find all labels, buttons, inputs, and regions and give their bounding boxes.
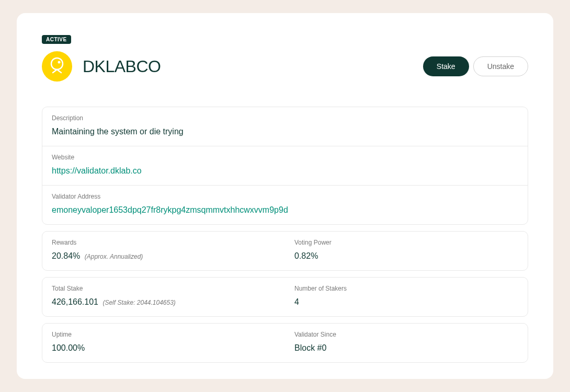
num-stakers-col: Number of Stakers 4 <box>285 278 528 316</box>
since-col: Validator Since Block #0 <box>285 324 528 362</box>
website-item: Website https://validator.dklab.co <box>42 146 528 186</box>
uptime-value: 100.00% <box>52 343 276 353</box>
address-item: Validator Address emoneyvaloper1653dpq27… <box>42 186 528 224</box>
validator-card: ACTIVE DKLABCO Stake Unstake Description… <box>17 13 553 379</box>
voting-power-value: 0.82% <box>294 251 518 261</box>
status-badge: ACTIVE <box>42 35 71 44</box>
total-stake-col: Total Stake 426,166.101 (Self Stake: 204… <box>42 278 285 316</box>
rewards-col: Rewards 20.84% (Approx. Annualized) <box>42 232 285 270</box>
rewards-section: Rewards 20.84% (Approx. Annualized) Voti… <box>42 231 528 271</box>
identity: DKLABCO <box>42 51 161 82</box>
actions: Stake Unstake <box>423 56 528 76</box>
rewards-note: (Approx. Annualized) <box>85 253 143 260</box>
description-item: Description Maintaining the system or di… <box>42 107 528 146</box>
website-link[interactable]: https://validator.dklab.co <box>52 166 142 175</box>
avatar-icon <box>48 57 66 76</box>
uptime-label: Uptime <box>52 331 276 338</box>
rewards-percent: 20.84% <box>52 251 80 260</box>
total-stake-value: 426,166.101 (Self Stake: 2044.104653) <box>52 297 276 307</box>
unstake-button[interactable]: Unstake <box>473 56 528 76</box>
rewards-label: Rewards <box>52 239 276 246</box>
description-label: Description <box>52 114 518 122</box>
header-row: DKLABCO Stake Unstake <box>42 51 528 82</box>
total-stake-label: Total Stake <box>52 285 276 292</box>
details-section: Description Maintaining the system or di… <box>42 107 528 225</box>
num-stakers-value: 4 <box>294 297 518 307</box>
svg-point-0 <box>51 58 63 70</box>
self-stake-note: (Self Stake: 2044.104653) <box>102 299 175 306</box>
website-label: Website <box>52 154 518 161</box>
uptime-section: Uptime 100.00% Validator Since Block #0 <box>42 323 528 363</box>
stake-button[interactable]: Stake <box>423 56 469 76</box>
total-stake-amount: 426,166.101 <box>52 297 98 306</box>
voting-power-col: Voting Power 0.82% <box>285 232 528 270</box>
address-label: Validator Address <box>52 193 518 200</box>
since-label: Validator Since <box>294 331 518 338</box>
avatar <box>42 51 72 82</box>
svg-point-1 <box>58 61 61 64</box>
voting-power-label: Voting Power <box>294 239 518 246</box>
description-value: Maintaining the system or die trying <box>52 127 518 136</box>
since-value: Block #0 <box>294 343 518 353</box>
address-link[interactable]: emoneyvaloper1653dpq27fr8rykpg4zmsqmmvtx… <box>52 205 288 214</box>
uptime-col: Uptime 100.00% <box>42 324 285 362</box>
stake-section: Total Stake 426,166.101 (Self Stake: 204… <box>42 277 528 317</box>
validator-name: DKLABCO <box>83 57 161 76</box>
rewards-value: 20.84% (Approx. Annualized) <box>52 251 276 261</box>
num-stakers-label: Number of Stakers <box>294 285 518 292</box>
